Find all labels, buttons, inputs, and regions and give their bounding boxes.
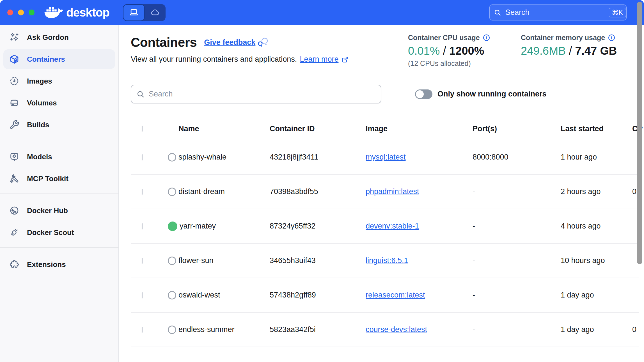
sidebar-item-images[interactable]: Images	[3, 71, 115, 91]
give-feedback-link[interactable]: Give feedback	[204, 38, 255, 47]
column-header-image[interactable]: Image	[366, 124, 473, 133]
sidebar-item-label: Images	[27, 77, 52, 86]
maximize-window-button[interactable]	[29, 10, 35, 15]
toggle-knob	[416, 90, 424, 98]
image-link[interactable]: mysql:latest	[366, 153, 406, 161]
container-id: 34655h3uif43	[270, 256, 366, 265]
table-header-row: Name Container ID Image Port(s) Last sta…	[131, 118, 639, 140]
table-row[interactable]: oswald-west 57438h2gff89 releasecom:late…	[131, 278, 639, 313]
image-link[interactable]: phpadmin:latest	[366, 187, 419, 196]
search-icon	[136, 90, 145, 98]
row-checkbox[interactable]	[142, 258, 143, 264]
sidebar-item-label: Containers	[27, 55, 65, 64]
container-search-input[interactable]	[149, 90, 376, 98]
last-started: 1 day ago	[561, 325, 632, 334]
sidebar-item-containers[interactable]: Containers	[3, 49, 115, 69]
running-status-icon	[168, 222, 177, 231]
table-row[interactable]: yarr-matey 87324y65ff32 devenv:stable-1 …	[131, 209, 639, 244]
container-id: 87324y65ff32	[270, 222, 366, 230]
table-row[interactable]: flower-sun 34655h3uif43 linguist:6.5.1 -…	[131, 244, 639, 278]
scout-orbit-icon	[9, 227, 20, 238]
table-row[interactable]: distant-dream 70398a3bdf55 phpadmin:late…	[131, 175, 639, 209]
sidebar-item-ask-gordon[interactable]: Ask Gordon	[3, 27, 115, 47]
select-all-checkbox[interactable]	[142, 126, 143, 132]
sidebar-item-label: MCP Toolkit	[27, 174, 68, 183]
container-id: 70398a3bdf55	[270, 187, 366, 196]
stopped-status-icon	[168, 326, 176, 334]
divider	[0, 140, 118, 140]
stopped-status-icon	[168, 153, 176, 162]
sidebar-item-docker-hub[interactable]: Docker Hub	[3, 201, 115, 220]
sparkles-icon	[9, 32, 20, 43]
memory-separator: /	[566, 45, 575, 57]
environment-switch	[123, 4, 166, 21]
minimize-window-button[interactable]	[18, 10, 24, 15]
app-logo: desktop	[44, 4, 109, 22]
running-filter: Only show running containers	[415, 85, 547, 103]
learn-more-link[interactable]: Learn more	[300, 55, 338, 64]
row-checkbox[interactable]	[142, 223, 143, 229]
image-link[interactable]: course-devs:latest	[366, 325, 427, 334]
cloud-icon	[150, 8, 160, 17]
sidebar-item-extensions[interactable]: Extensions	[3, 255, 115, 274]
info-icon[interactable]	[608, 34, 615, 41]
cpu-value: 0	[632, 325, 644, 334]
search-icon	[494, 9, 501, 17]
images-icon	[9, 76, 20, 86]
container-id: 43218j8jjf3411	[270, 153, 366, 162]
sidebar-item-volumes[interactable]: Volumes	[3, 93, 115, 113]
sidebar-item-docker-scout[interactable]: Docker Scout	[3, 223, 115, 242]
sidebar-item-models[interactable]: Models	[3, 147, 115, 167]
traffic-lights	[7, 10, 35, 15]
puzzle-icon	[9, 259, 20, 270]
search-shortcut-badge: ⌘K	[609, 8, 626, 17]
row-checkbox[interactable]	[142, 292, 143, 298]
page-header: Containers Give feedback View all your r…	[131, 35, 349, 64]
models-icon	[9, 151, 20, 162]
column-header-last-started[interactable]: Last started	[561, 124, 632, 133]
container-ports: -	[473, 325, 561, 334]
cloud-environment-toggle[interactable]	[145, 4, 166, 21]
container-name: yarr-matey	[180, 222, 216, 230]
column-header-container-id[interactable]: Container ID	[270, 124, 366, 133]
column-header-name[interactable]: Name	[168, 124, 270, 133]
close-window-button[interactable]	[7, 10, 13, 15]
sidebar-item-label: Models	[27, 153, 52, 161]
container-name: endless-summer	[178, 325, 235, 334]
container-name: splashy-whale	[178, 153, 226, 162]
container-id: 57438h2gff89	[270, 291, 366, 299]
sidebar-item-mcp-toolkit[interactable]: MCP Toolkit	[3, 169, 115, 188]
container-ports: -	[473, 187, 561, 196]
row-checkbox[interactable]	[142, 189, 143, 195]
page-title: Containers	[131, 35, 197, 50]
image-link[interactable]: releasecom:latest	[366, 291, 425, 299]
give-feedback: Give feedback	[204, 37, 269, 47]
table-row[interactable]: endless-summer 5823aa342f5i course-devs:…	[131, 313, 639, 347]
info-icon[interactable]	[483, 34, 490, 41]
table-row[interactable]: splashy-whale 43218j8jjf3411 mysql:lates…	[131, 140, 639, 175]
row-checkbox[interactable]	[142, 154, 143, 160]
stopped-status-icon	[168, 257, 176, 265]
memory-used-value: 249.6MB	[521, 45, 566, 57]
image-link[interactable]: devenv:stable-1	[366, 222, 419, 230]
last-started: 10 hours ago	[561, 256, 632, 265]
running-only-label: Only show running containers	[437, 90, 547, 98]
divider	[0, 247, 118, 248]
stopped-status-icon	[168, 291, 176, 299]
sidebar-item-builds[interactable]: Builds	[3, 115, 115, 135]
containers-table: Name Container ID Image Port(s) Last sta…	[131, 118, 639, 347]
page-description: View all your running containers and app…	[131, 55, 297, 64]
vertical-scrollbar[interactable]	[637, 2, 642, 264]
sidebar-item-label: Extensions	[27, 260, 66, 269]
last-started: 4 hours ago	[561, 222, 632, 230]
global-search-input[interactable]	[505, 8, 605, 17]
sidebar-item-label: Ask Gordon	[27, 33, 69, 42]
container-ports: -	[473, 222, 561, 230]
last-started: 1 hour ago	[561, 153, 632, 162]
last-started: 1 day ago	[561, 291, 632, 299]
row-checkbox[interactable]	[142, 327, 143, 333]
image-link[interactable]: linguist:6.5.1	[366, 256, 408, 265]
local-environment-toggle[interactable]	[123, 4, 145, 21]
running-only-toggle[interactable]	[415, 89, 432, 99]
column-header-ports[interactable]: Port(s)	[473, 124, 561, 133]
